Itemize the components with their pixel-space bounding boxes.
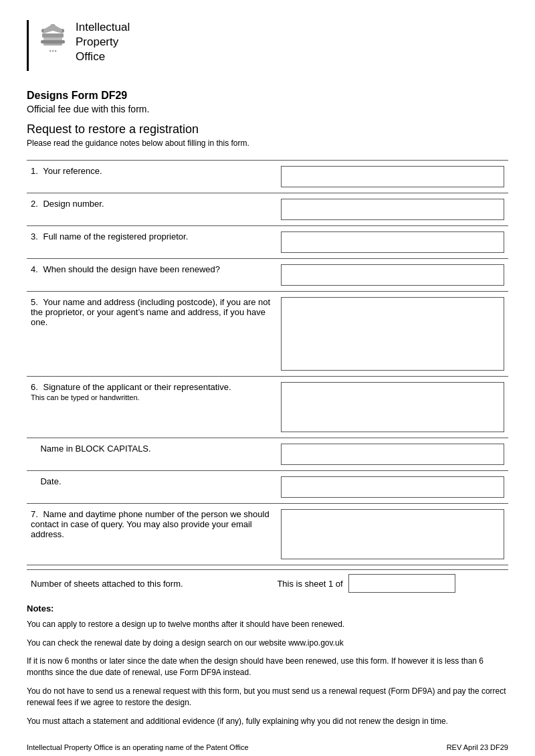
field-4-input-cell	[277, 259, 508, 292]
field-7-number: 7.	[31, 509, 38, 519]
field-5-number: 5.	[31, 297, 38, 307]
field-date-text: Date.	[40, 476, 61, 486]
field-row-3: 3. Full name of the registered proprieto…	[27, 226, 508, 259]
field-5-input[interactable]	[281, 297, 504, 371]
field-6-signature-input[interactable]	[281, 382, 504, 432]
field-row-7: 7. Name and daytime phone number of the …	[27, 504, 508, 565]
org-name-line1: Intellectual	[76, 21, 130, 33]
field-7-label: 7. Name and daytime phone number of the …	[27, 504, 277, 565]
svg-rect-5	[43, 37, 62, 40]
field-2-input[interactable]	[281, 199, 504, 220]
field-row-4: 4. When should the design have been rene…	[27, 259, 508, 292]
org-name: Intellectual Property Office	[76, 20, 130, 64]
field-6-text: Signature of the applicant or their repr…	[43, 382, 231, 392]
note-para-4: You do not have to send us a renewal req…	[27, 686, 508, 709]
header: ✦✦✦ Intellectual Property Office	[27, 20, 508, 71]
sheets-row: Number of sheets attached to this form. …	[27, 569, 508, 593]
field-2-text: Design number.	[43, 199, 104, 209]
sheets-label: Number of sheets attached to this form.	[27, 579, 277, 589]
field-row-1: 1. Your reference.	[27, 161, 508, 193]
field-1-input-cell	[277, 161, 508, 193]
field-row-name: Name in BLOCK CAPITALS.	[27, 438, 508, 471]
field-3-number: 3.	[31, 231, 38, 242]
field-6-note: This can be typed or handwritten.	[31, 393, 140, 401]
field-2-number: 2.	[31, 199, 38, 209]
svg-rect-4	[42, 33, 64, 37]
svg-text:✦✦✦: ✦✦✦	[49, 49, 57, 52]
field-row-date: Date.	[27, 471, 508, 504]
field-1-label: 1. Your reference.	[27, 161, 277, 193]
field-1-text: Your reference.	[43, 166, 102, 176]
field-name-input[interactable]	[281, 444, 504, 465]
field-row-2: 2. Design number.	[27, 193, 508, 226]
sheet-number-input[interactable]	[348, 574, 455, 593]
field-5-label: 5. Your name and address (including post…	[27, 292, 277, 377]
field-3-text: Full name of the registered proprietor.	[43, 231, 188, 242]
field-7-input[interactable]	[281, 509, 504, 559]
field-7-input-cell	[277, 504, 508, 565]
org-name-line2: Property	[76, 35, 118, 48]
field-name-label: Name in BLOCK CAPITALS.	[27, 438, 277, 471]
field-4-number: 4.	[31, 264, 38, 274]
field-date-input[interactable]	[281, 476, 504, 498]
svg-marker-3	[43, 24, 62, 33]
field-6-number: 6.	[31, 382, 38, 392]
footer-right: REV April 23 DF29	[447, 743, 508, 751]
field-6-label: 6. Signature of the applicant or their r…	[27, 377, 277, 438]
note-para-1: You can apply to restore a design up to …	[27, 619, 508, 630]
note-para-5: You must attach a statement and addition…	[27, 716, 508, 727]
crown-icon: ✦✦✦	[37, 20, 69, 52]
field-3-label: 3. Full name of the registered proprieto…	[27, 226, 277, 259]
sheets-right: This is sheet 1 of	[277, 574, 508, 593]
field-1-input[interactable]	[281, 166, 504, 187]
field-name-text: Name in BLOCK CAPITALS.	[40, 444, 150, 454]
field-5-text: Your name and address (including postcod…	[31, 297, 270, 327]
field-4-text: When should the design have been renewed…	[43, 264, 220, 274]
notes-title: Notes:	[27, 603, 508, 613]
footer-left: Intellectual Property Office is an opera…	[27, 743, 249, 751]
field-date-input-cell	[277, 471, 508, 504]
field-2-input-cell	[277, 193, 508, 226]
field-1-number: 1.	[31, 166, 38, 176]
svg-rect-6	[41, 40, 65, 43]
field-4-input[interactable]	[281, 264, 504, 286]
field-6-input-cell	[277, 377, 508, 438]
field-3-input[interactable]	[281, 231, 504, 253]
form-subtitle: Official fee due with this form.	[27, 104, 508, 114]
note-para-2: You can check the renewal date by doing …	[27, 638, 508, 649]
form-heading: Request to restore a registration	[27, 122, 508, 136]
field-name-input-cell	[277, 438, 508, 471]
field-date-label: Date.	[27, 471, 277, 504]
field-row-6: 6. Signature of the applicant or their r…	[27, 377, 508, 438]
crown-logo: ✦✦✦	[37, 20, 69, 52]
form-title: Designs Form DF29	[27, 90, 508, 102]
field-2-label: 2. Design number.	[27, 193, 277, 226]
field-row-5: 5. Your name and address (including post…	[27, 292, 508, 377]
form-guidance: Please read the guidance notes below abo…	[27, 138, 508, 148]
sheet-number-text: This is sheet 1 of	[277, 579, 342, 589]
page-footer: Intellectual Property Office is an opera…	[27, 743, 508, 751]
form-table: 1. Your reference. 2. Design number. 3. …	[27, 160, 508, 565]
field-7-text: Name and daytime phone number of the per…	[31, 509, 270, 539]
field-4-label: 4. When should the design have been rene…	[27, 259, 277, 292]
svg-rect-7	[43, 43, 62, 45]
field-3-input-cell	[277, 226, 508, 259]
field-5-input-cell	[277, 292, 508, 377]
org-name-line3: Office	[76, 50, 105, 63]
note-para-3: If it is now 6 months or later since the…	[27, 656, 508, 679]
notes-section: Notes: You can apply to restore a design…	[27, 603, 508, 727]
